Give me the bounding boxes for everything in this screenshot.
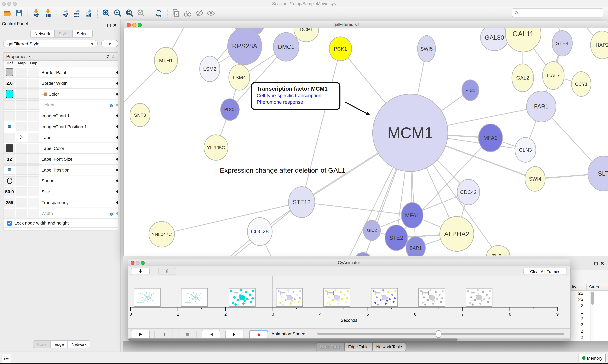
keyframe-thumbnail-2[interactable] <box>229 288 255 308</box>
property-row[interactable]: 2.0Border Width <box>3 78 118 89</box>
tab-node-style[interactable]: Node <box>33 340 50 348</box>
export-image-button[interactable] <box>84 8 94 18</box>
expand-property-icon[interactable] <box>116 201 118 204</box>
annotation-link[interactable]: Cell-type-specific transcription <box>257 93 339 98</box>
property-map-cell[interactable] <box>16 165 27 174</box>
expand-property-icon[interactable] <box>116 82 118 85</box>
property-def-cell[interactable] <box>4 89 15 99</box>
zoom-out-button[interactable] <box>113 8 123 18</box>
show-panels-button[interactable] <box>1 353 11 363</box>
network-node-lsm4[interactable]: LSM4 <box>229 65 250 90</box>
property-map-cell[interactable] <box>16 187 27 196</box>
add-frame-button[interactable] <box>131 268 150 275</box>
property-def-cell[interactable] <box>4 143 15 153</box>
search-field[interactable] <box>512 8 603 17</box>
expand-property-icon[interactable] <box>116 125 118 128</box>
property-map-cell[interactable] <box>16 198 27 207</box>
property-def-cell[interactable]: 255 <box>4 198 15 207</box>
network-node-bar1[interactable]: BAR1 <box>406 236 425 256</box>
network-node-cdc42[interactable]: CDC42 <box>457 179 480 205</box>
table-cell-value[interactable]: 2 <box>571 329 590 335</box>
property-row[interactable]: Width <box>3 208 118 219</box>
network-node-far1[interactable]: FAR1 <box>527 91 556 122</box>
property-row[interactable]: Height <box>3 99 118 110</box>
table-cell-value[interactable]: 2 <box>571 335 590 341</box>
expand-property-icon[interactable] <box>116 190 118 193</box>
property-def-cell[interactable]: 50.0 <box>4 187 15 196</box>
network-node-swi4[interactable]: SWI4 <box>525 167 545 191</box>
network-node-pis1[interactable]: PIS1 <box>462 80 479 101</box>
tab-network[interactable]: Network <box>30 30 55 38</box>
float-panel-icon[interactable] <box>594 260 598 267</box>
table-cell-value[interactable]: 2 <box>571 322 590 329</box>
zoom-selected-button[interactable] <box>136 8 146 18</box>
property-byp-cell[interactable] <box>28 133 39 142</box>
network-node-ste2[interactable]: STE2 <box>385 225 408 251</box>
refresh-button[interactable] <box>153 8 164 18</box>
zoom-in-button[interactable] <box>101 8 111 18</box>
table-cell-value[interactable]: 2 <box>571 316 590 322</box>
play-button[interactable] <box>131 330 150 339</box>
network-node-gcy1[interactable]: GCY1 <box>572 72 591 96</box>
clear-all-frames-button[interactable]: Clear All Frames <box>524 268 567 275</box>
property-row[interactable]: Shape <box>3 175 118 186</box>
open-session-button[interactable] <box>2 8 13 18</box>
hide-visuals-button[interactable] <box>194 8 204 18</box>
property-byp-cell[interactable] <box>28 111 39 120</box>
close-panel-icon[interactable] <box>600 260 604 267</box>
network-canvas[interactable]: DCP1RPS28ADMC1MTH1LSM2LSM4PCK1SWI5GAL80G… <box>124 28 608 256</box>
property-def-cell[interactable] <box>4 208 15 218</box>
stop-button[interactable] <box>178 330 197 339</box>
network-node-mcm1[interactable]: MCM1 <box>373 94 448 171</box>
property-row[interactable]: Label Position <box>3 165 118 176</box>
record-button[interactable] <box>249 330 268 340</box>
scrollbar-thumb[interactable] <box>128 338 457 341</box>
network-node-mfa1[interactable]: MFA1 <box>401 203 423 228</box>
property-row[interactable]: Label Color <box>3 143 118 154</box>
network-node-gic2[interactable]: GIC2 <box>363 220 380 240</box>
style-options-button[interactable] <box>101 40 118 47</box>
property-byp-cell[interactable] <box>28 67 39 77</box>
property-map-cell[interactable] <box>16 133 27 142</box>
property-row[interactable]: 12Label Font Size <box>3 154 118 165</box>
tab-network-style[interactable]: Network <box>68 340 90 348</box>
keyframe-thumbnail-3[interactable] <box>276 288 303 308</box>
delete-frame-button[interactable] <box>158 268 176 275</box>
network-node-node-edge[interactable] <box>356 253 370 256</box>
slider-thumb[interactable] <box>436 330 441 338</box>
property-def-cell[interactable] <box>4 176 15 185</box>
network-node-pck1[interactable]: PCK1 <box>329 37 352 61</box>
property-byp-cell[interactable] <box>28 187 39 196</box>
property-byp-cell[interactable] <box>28 208 39 218</box>
network-node-ste4[interactable]: STE4 <box>552 30 572 56</box>
property-byp-cell[interactable] <box>28 154 39 164</box>
table-cell-value[interactable]: 26 <box>571 291 590 297</box>
expand-property-icon[interactable] <box>116 114 118 117</box>
network-node-gal7[interactable]: GAL7 <box>542 62 564 89</box>
property-row[interactable]: 255Transparency <box>3 197 118 208</box>
property-def-cell[interactable]: 12 <box>4 154 15 164</box>
column-header[interactable]: ity <box>571 284 587 290</box>
property-def-cell[interactable] <box>4 111 15 120</box>
expand-property-icon[interactable] <box>116 71 118 74</box>
property-byp-cell[interactable] <box>28 122 39 131</box>
property-map-cell[interactable] <box>16 176 27 185</box>
import-network-button[interactable] <box>31 8 41 18</box>
network-edge[interactable] <box>162 202 302 234</box>
timeline-scrollbar[interactable] <box>128 338 570 341</box>
network-node-ynl047c[interactable]: YNL047C <box>149 221 175 247</box>
property-def-cell[interactable]: 2.0 <box>4 78 15 88</box>
property-def-cell[interactable] <box>4 122 15 131</box>
keyframe-thumbnail-7[interactable] <box>466 288 492 308</box>
network-node-dmc1[interactable]: DMC1 <box>274 33 299 61</box>
export-table-button[interactable] <box>72 8 82 18</box>
property-map-cell[interactable] <box>16 143 27 153</box>
table-cell-value[interactable]: 25 <box>571 297 590 303</box>
annotation-box[interactable]: Transcription factor MCM1 Cell-type-spec… <box>251 82 340 110</box>
property-row[interactable]: Image/Chart 1 <box>3 110 118 121</box>
skip-start-button[interactable] <box>202 330 220 339</box>
keyframe-thumbnail-1[interactable] <box>181 288 208 308</box>
import-table-button[interactable] <box>43 8 53 18</box>
network-node-yil105c[interactable]: YIL105C <box>204 135 228 160</box>
expand-all-icon[interactable] <box>105 54 110 59</box>
